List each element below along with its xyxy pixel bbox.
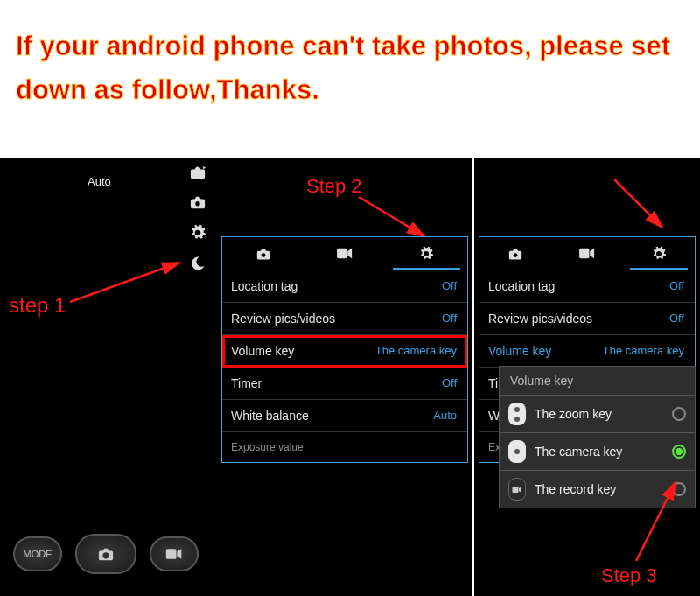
label: Exposure value	[231, 441, 304, 453]
gear-tab-icon	[418, 246, 434, 262]
option-label: The record key	[535, 482, 616, 496]
camera-tab-icon	[507, 247, 524, 261]
label: White balance	[231, 409, 309, 423]
row-review[interactable]: Review pics/videosOff	[480, 303, 695, 335]
row-white-balance[interactable]: White balanceAuto	[222, 400, 467, 432]
tab-camera[interactable]	[222, 237, 304, 270]
settings-tabs-right	[480, 237, 695, 270]
bottom-controls: MODE	[13, 534, 199, 574]
popup-title: Volume key	[500, 367, 695, 395]
step2b-arrow	[610, 175, 680, 236]
tab-settings[interactable]	[623, 237, 695, 270]
step2-label: Step 2	[306, 175, 362, 198]
row-timer[interactable]: TimerOff	[222, 368, 467, 400]
label: Volume key	[488, 344, 551, 358]
camera-small-icon[interactable]	[188, 194, 207, 210]
row-location-tag[interactable]: Location tagOff	[222, 270, 467, 303]
tab-settings[interactable]	[386, 237, 467, 270]
value: Off	[442, 279, 457, 293]
row-volume-key[interactable]: Volume keyThe camera key	[222, 335, 467, 368]
screen-step2: Step 2 Location tagOff Review pics/video…	[232, 158, 472, 596]
screens-container: Auto step 1 MODE Step 2	[0, 158, 700, 596]
label: Review pics/videos	[488, 312, 592, 326]
label: Review pics/videos	[231, 312, 335, 326]
radio-checked	[672, 445, 686, 459]
value: Off	[442, 376, 457, 390]
settings-tabs	[222, 237, 467, 270]
value: The camera key	[603, 344, 684, 358]
shutter-button[interactable]	[75, 534, 136, 574]
option-record-key[interactable]: The record key	[500, 470, 695, 508]
row-volume-key[interactable]: Volume keyThe camera key	[480, 335, 695, 368]
volume-key-popup: Volume key The zoom key The camera key T…	[499, 366, 696, 508]
screen-step3: Location tagOff Review pics/videosOff Vo…	[472, 158, 700, 596]
value: Off	[442, 312, 457, 326]
radio-unchecked	[672, 482, 686, 496]
night-icon[interactable]	[190, 256, 206, 271]
label: Location tag	[488, 279, 555, 293]
row-exposure[interactable]: Exposure value	[222, 432, 467, 462]
value: Off	[669, 279, 684, 293]
svg-point-2	[102, 552, 108, 558]
step1-label: step 1	[9, 293, 66, 318]
label: Timer	[231, 376, 262, 390]
zoom-key-icon	[508, 403, 526, 425]
option-label: The camera key	[535, 445, 622, 459]
camera-side-icons	[188, 165, 207, 271]
video-tab-icon	[336, 248, 354, 259]
video-tab-icon	[578, 248, 596, 259]
svg-point-8	[514, 253, 518, 257]
value: Off	[669, 312, 684, 326]
value: Auto	[433, 409, 457, 423]
row-review[interactable]: Review pics/videosOff	[222, 303, 467, 335]
camera-icon	[96, 546, 116, 562]
video-button[interactable]	[150, 536, 199, 571]
svg-rect-10	[513, 487, 519, 493]
tab-video[interactable]	[304, 237, 385, 270]
auto-mode-label: Auto	[88, 175, 111, 188]
step3-label: Step 3	[601, 564, 657, 587]
video-icon	[165, 548, 183, 560]
svg-line-1	[70, 263, 179, 302]
row-location-tag[interactable]: Location tagOff	[480, 270, 695, 303]
record-key-icon	[508, 478, 526, 501]
svg-rect-6	[337, 249, 346, 258]
svg-rect-9	[579, 249, 589, 258]
option-label: The zoom key	[535, 407, 612, 421]
svg-rect-3	[166, 549, 177, 559]
camera-tab-icon	[255, 247, 272, 261]
option-camera-key[interactable]: The camera key	[500, 432, 695, 470]
switch-camera-icon[interactable]	[188, 165, 207, 180]
instruction-text: If your android phone can't take photos,…	[0, 0, 700, 111]
mode-button[interactable]: MODE	[13, 536, 62, 571]
value: The camera key	[375, 344, 457, 358]
radio-unchecked	[672, 407, 686, 421]
tab-video[interactable]	[551, 237, 623, 270]
label: Location tag	[231, 279, 298, 293]
settings-panel-mid: Location tagOff Review pics/videosOff Vo…	[221, 236, 468, 463]
gear-tab-icon	[651, 246, 667, 262]
svg-line-4	[359, 197, 424, 236]
camera-key-icon	[508, 440, 526, 463]
label: Volume key	[231, 344, 294, 358]
option-zoom-key[interactable]: The zoom key	[500, 395, 695, 432]
svg-point-0	[195, 201, 200, 206]
svg-point-5	[261, 253, 265, 257]
tab-camera[interactable]	[480, 237, 551, 270]
svg-line-7	[614, 179, 662, 228]
screen-step1: Auto step 1 MODE	[0, 158, 232, 596]
step1-arrow	[66, 258, 188, 311]
gear-icon[interactable]	[189, 224, 206, 242]
